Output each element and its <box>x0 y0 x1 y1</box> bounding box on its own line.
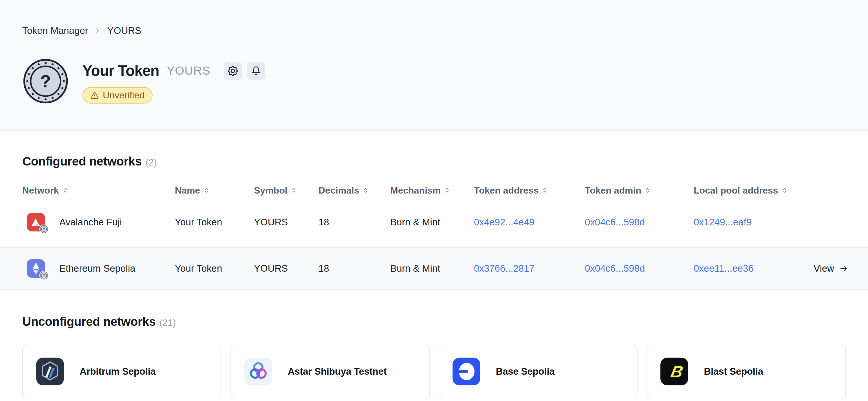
page-title: Your Token <box>83 62 159 80</box>
cell-mechanism: Burn & Mint <box>390 263 474 274</box>
token-address-link[interactable]: 0x4e92...4e49 <box>474 217 585 228</box>
cell-symbol: YOURS <box>254 217 318 228</box>
network-name: Avalanche Fuji <box>59 217 122 228</box>
status-badge: Unverified <box>83 87 153 104</box>
view-link[interactable]: View <box>813 263 868 274</box>
table-row-ethereum-sepolia[interactable]: ? Ethereum Sepolia Your Token YOURS 18 B… <box>0 247 868 290</box>
badge-row: Unverified <box>83 87 265 104</box>
sort-icon <box>363 187 369 194</box>
cell-symbol: YOURS <box>254 263 318 274</box>
sort-icon <box>542 187 548 194</box>
cell-decimals: 18 <box>318 263 390 274</box>
svg-text:?: ? <box>43 274 45 277</box>
column-label: Token address <box>474 185 538 196</box>
column-header-local-pool-address[interactable]: Local pool address <box>694 185 807 196</box>
question-coin-badge-icon: ? <box>39 270 49 280</box>
chevron-right-icon <box>94 27 101 34</box>
network-cell: ? Ethereum Sepolia <box>22 259 175 278</box>
card-base-sepolia[interactable]: Base Sepolia <box>439 344 638 399</box>
status-badge-label: Unverified <box>103 90 145 101</box>
column-label: Network <box>22 185 59 196</box>
column-label: Decimals <box>318 185 359 196</box>
notifications-button[interactable] <box>247 62 265 80</box>
card-label: Base Sepolia <box>496 366 555 377</box>
sort-icon <box>444 187 450 194</box>
token-header-right: Your Token YOURS <box>83 58 265 104</box>
view-label: View <box>813 263 834 274</box>
token-header: Token Manager YOURS ? Your Token YOUR <box>0 0 868 131</box>
svg-text:?: ? <box>43 227 45 231</box>
sort-icon <box>203 187 210 194</box>
astar-shibuya-icon <box>244 358 272 386</box>
card-blast-sepolia[interactable]: B Blast Sepolia <box>647 344 846 399</box>
cell-name: Your Token <box>175 263 254 274</box>
table-row-avalanche-fuji[interactable]: ? Avalanche Fuji Your Token YOURS 18 Bur… <box>0 197 868 247</box>
settings-button[interactable] <box>224 62 242 80</box>
breadcrumb-current[interactable]: YOURS <box>107 25 141 36</box>
column-label: Name <box>175 185 200 196</box>
local-pool-address-link[interactable]: 0x1249...eaf9 <box>694 217 807 228</box>
token-address-link[interactable]: 0x3766...2817 <box>474 263 585 274</box>
sort-icon <box>291 187 297 194</box>
network-icon-wrap: ? <box>27 213 45 231</box>
card-label: Blast Sepolia <box>704 366 763 377</box>
column-label: Mechanism <box>390 185 441 196</box>
sort-icon <box>781 187 788 194</box>
svg-text:?: ? <box>40 71 51 91</box>
warning-icon <box>91 92 99 100</box>
configured-networks-count: (2) <box>145 157 157 168</box>
configured-networks-heading: Configured networks(2) <box>22 155 846 169</box>
token-manager-page: Token Manager YOURS ? Your Token YOUR <box>0 0 868 401</box>
token-ticker: YOURS <box>167 62 211 80</box>
column-header-symbol[interactable]: Symbol <box>254 185 318 196</box>
base-sepolia-icon <box>453 358 480 386</box>
gear-icon <box>228 66 238 76</box>
column-header-name[interactable]: Name <box>175 185 254 196</box>
arrow-right-icon <box>839 264 848 273</box>
card-astar-shibuya-testnet[interactable]: Astar Shibuya Testnet <box>230 344 430 399</box>
column-header-token-admin[interactable]: Token admin <box>585 185 694 196</box>
column-header-mechanism[interactable]: Mechanism <box>390 185 474 196</box>
title-row: Your Token YOURS <box>83 62 265 80</box>
table-header-row: Network Name Symbol Decimals Mechanism T… <box>0 184 868 197</box>
sort-icon <box>62 187 68 194</box>
breadcrumb-token-manager[interactable]: Token Manager <box>22 25 88 36</box>
token-admin-link[interactable]: 0x04c6...598d <box>585 263 694 274</box>
unconfigured-networks-title: Unconfigured networks <box>22 315 156 328</box>
card-label: Arbitrum Sepolia <box>80 366 156 377</box>
bell-icon <box>251 66 261 75</box>
column-header-decimals[interactable]: Decimals <box>318 185 390 196</box>
column-label: Symbol <box>254 185 287 196</box>
network-cell: ? Avalanche Fuji <box>22 213 175 231</box>
column-header-token-address[interactable]: Token address <box>474 185 585 196</box>
configured-networks-title: Configured networks <box>22 155 142 168</box>
unconfigured-networks-count: (21) <box>159 318 176 328</box>
network-name: Ethereum Sepolia <box>59 263 135 274</box>
card-arbitrum-sepolia[interactable]: Arbitrum Sepolia <box>22 344 221 399</box>
column-label: Local pool address <box>694 185 778 196</box>
question-coin-badge-icon: ? <box>39 224 49 234</box>
configured-networks-table: Network Name Symbol Decimals Mechanism T… <box>0 184 868 290</box>
column-label: Token admin <box>585 185 641 196</box>
cell-name: Your Token <box>175 217 254 228</box>
column-header-network[interactable]: Network <box>22 185 175 196</box>
network-icon-wrap: ? <box>27 259 45 278</box>
token-avatar-question-coin-icon: ? <box>22 58 69 104</box>
local-pool-address-link[interactable]: 0xee11...ee36 <box>694 263 807 274</box>
unconfigured-networks-grid: Arbitrum Sepolia Astar Shibuya Testnet <box>22 344 846 399</box>
cell-decimals: 18 <box>318 217 390 228</box>
cell-mechanism: Burn & Mint <box>390 217 474 228</box>
sort-icon <box>645 187 651 194</box>
breadcrumb: Token Manager YOURS <box>22 25 846 36</box>
blast-sepolia-icon: B <box>660 358 688 386</box>
arbitrum-sepolia-icon <box>36 358 64 386</box>
token-admin-link[interactable]: 0x04c6...598d <box>585 217 694 228</box>
unconfigured-networks-heading: Unconfigured networks(21) <box>22 315 846 329</box>
card-label: Astar Shibuya Testnet <box>288 366 387 377</box>
token-header-main: ? Your Token YOURS <box>22 58 846 104</box>
